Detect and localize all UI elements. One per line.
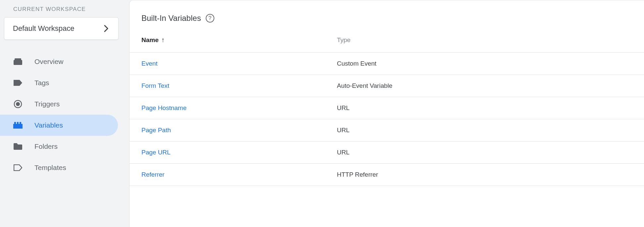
- column-header-label: Type: [337, 36, 350, 43]
- variable-type: URL: [325, 97, 644, 119]
- table-row[interactable]: Page Path URL: [130, 119, 644, 142]
- nav-item-label: Tags: [34, 79, 49, 87]
- column-header-label: Name: [141, 36, 159, 43]
- nav-item-label: Templates: [34, 164, 66, 172]
- variables-table: Name↑ Type Event Custom Event Form Text …: [130, 36, 644, 186]
- svg-rect-6: [20, 122, 21, 124]
- variable-link[interactable]: Page URL: [141, 149, 171, 156]
- main-panel: Built-In Variables ? Name↑ Type Event Cu…: [129, 0, 644, 227]
- table-row[interactable]: Referrer HTTP Referrer: [130, 164, 644, 186]
- sidebar: CURRENT WORKSPACE Default Workspace Over…: [0, 0, 129, 227]
- chevron-right-icon: [102, 25, 111, 32]
- table-row[interactable]: Form Text Auto-Event Variable: [130, 75, 644, 97]
- variable-link[interactable]: Page Path: [141, 127, 171, 134]
- tag-icon: [13, 80, 23, 86]
- variable-link[interactable]: Referrer: [141, 171, 165, 178]
- side-nav: Overview Tags Triggers Variables Folders: [0, 51, 129, 178]
- variable-type: Auto-Event Variable: [325, 75, 644, 97]
- template-icon: [13, 164, 23, 171]
- nav-item-folders[interactable]: Folders: [0, 136, 118, 157]
- variable-type: URL: [325, 142, 644, 164]
- variable-type: URL: [325, 119, 644, 142]
- svg-rect-5: [17, 122, 19, 124]
- current-workspace-label: CURRENT WORKSPACE: [0, 6, 129, 13]
- card-title: Built-In Variables: [141, 14, 201, 23]
- nav-item-overview[interactable]: Overview: [0, 51, 118, 72]
- nav-item-templates[interactable]: Templates: [0, 157, 118, 178]
- overview-icon: [13, 58, 23, 65]
- nav-item-variables[interactable]: Variables: [0, 115, 118, 136]
- variable-link[interactable]: Event: [141, 60, 158, 67]
- svg-rect-0: [14, 60, 22, 65]
- folder-icon: [13, 143, 23, 150]
- svg-rect-3: [13, 124, 23, 129]
- variable-type: Custom Event: [325, 53, 644, 75]
- variable-type: HTTP Referrer: [325, 164, 644, 186]
- variable-link[interactable]: Form Text: [141, 82, 169, 89]
- help-icon[interactable]: ?: [206, 14, 214, 23]
- sort-asc-icon: ↑: [161, 36, 165, 43]
- trigger-icon: [13, 100, 23, 108]
- svg-rect-4: [14, 122, 16, 124]
- workspace-name: Default Workspace: [13, 24, 74, 33]
- variable-link[interactable]: Page Hostname: [141, 104, 187, 111]
- nav-item-label: Overview: [34, 58, 64, 66]
- nav-item-tags[interactable]: Tags: [0, 72, 118, 93]
- nav-item-label: Folders: [34, 142, 58, 150]
- table-row[interactable]: Page Hostname URL: [130, 97, 644, 119]
- table-row[interactable]: Page URL URL: [130, 142, 644, 164]
- table-row[interactable]: Event Custom Event: [130, 53, 644, 75]
- nav-item-triggers[interactable]: Triggers: [0, 93, 118, 115]
- nav-item-label: Variables: [34, 121, 63, 129]
- workspace-selector[interactable]: Default Workspace: [4, 17, 119, 40]
- card-header: Built-In Variables ?: [130, 14, 644, 23]
- column-header-type[interactable]: Type: [325, 36, 644, 53]
- svg-point-2: [16, 102, 20, 106]
- variables-icon: [13, 122, 23, 129]
- column-header-name[interactable]: Name↑: [130, 36, 325, 53]
- nav-item-label: Triggers: [34, 100, 60, 108]
